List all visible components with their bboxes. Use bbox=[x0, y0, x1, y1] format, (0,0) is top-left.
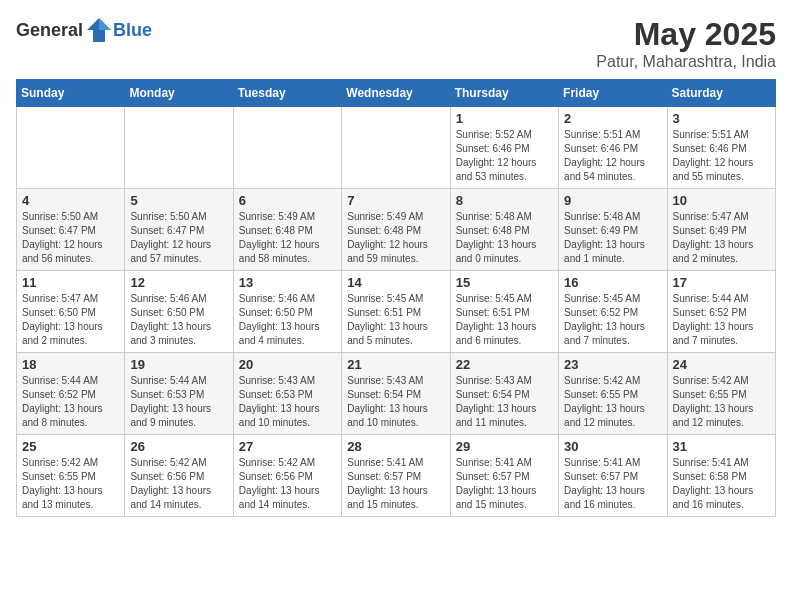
day-number: 7 bbox=[347, 193, 444, 208]
week-row-5: 25Sunrise: 5:42 AM Sunset: 6:55 PM Dayli… bbox=[17, 435, 776, 517]
day-info: Sunrise: 5:51 AM Sunset: 6:46 PM Dayligh… bbox=[564, 128, 661, 184]
calendar-cell: 10Sunrise: 5:47 AM Sunset: 6:49 PM Dayli… bbox=[667, 189, 775, 271]
calendar-cell: 27Sunrise: 5:42 AM Sunset: 6:56 PM Dayli… bbox=[233, 435, 341, 517]
page-title: May 2025 bbox=[596, 16, 776, 53]
calendar-cell: 21Sunrise: 5:43 AM Sunset: 6:54 PM Dayli… bbox=[342, 353, 450, 435]
day-number: 12 bbox=[130, 275, 227, 290]
day-info: Sunrise: 5:42 AM Sunset: 6:56 PM Dayligh… bbox=[239, 456, 336, 512]
calendar-cell: 14Sunrise: 5:45 AM Sunset: 6:51 PM Dayli… bbox=[342, 271, 450, 353]
day-info: Sunrise: 5:42 AM Sunset: 6:55 PM Dayligh… bbox=[673, 374, 770, 430]
day-info: Sunrise: 5:52 AM Sunset: 6:46 PM Dayligh… bbox=[456, 128, 553, 184]
day-info: Sunrise: 5:47 AM Sunset: 6:49 PM Dayligh… bbox=[673, 210, 770, 266]
day-number: 25 bbox=[22, 439, 119, 454]
day-info: Sunrise: 5:41 AM Sunset: 6:57 PM Dayligh… bbox=[347, 456, 444, 512]
calendar-cell: 9Sunrise: 5:48 AM Sunset: 6:49 PM Daylig… bbox=[559, 189, 667, 271]
day-info: Sunrise: 5:45 AM Sunset: 6:51 PM Dayligh… bbox=[456, 292, 553, 348]
day-number: 19 bbox=[130, 357, 227, 372]
location-subtitle: Patur, Maharashtra, India bbox=[596, 53, 776, 71]
day-number: 22 bbox=[456, 357, 553, 372]
day-number: 2 bbox=[564, 111, 661, 126]
header: General Blue May 2025 Patur, Maharashtra… bbox=[16, 16, 776, 71]
logo-general: General bbox=[16, 20, 83, 41]
day-number: 5 bbox=[130, 193, 227, 208]
week-row-4: 18Sunrise: 5:44 AM Sunset: 6:52 PM Dayli… bbox=[17, 353, 776, 435]
day-number: 3 bbox=[673, 111, 770, 126]
calendar-cell: 24Sunrise: 5:42 AM Sunset: 6:55 PM Dayli… bbox=[667, 353, 775, 435]
day-info: Sunrise: 5:42 AM Sunset: 6:55 PM Dayligh… bbox=[564, 374, 661, 430]
calendar-cell: 1Sunrise: 5:52 AM Sunset: 6:46 PM Daylig… bbox=[450, 107, 558, 189]
day-number: 1 bbox=[456, 111, 553, 126]
day-info: Sunrise: 5:44 AM Sunset: 6:52 PM Dayligh… bbox=[673, 292, 770, 348]
day-info: Sunrise: 5:49 AM Sunset: 6:48 PM Dayligh… bbox=[239, 210, 336, 266]
day-number: 23 bbox=[564, 357, 661, 372]
logo: General Blue bbox=[16, 16, 152, 44]
day-info: Sunrise: 5:43 AM Sunset: 6:53 PM Dayligh… bbox=[239, 374, 336, 430]
weekday-header-tuesday: Tuesday bbox=[233, 80, 341, 107]
week-row-1: 1Sunrise: 5:52 AM Sunset: 6:46 PM Daylig… bbox=[17, 107, 776, 189]
week-row-2: 4Sunrise: 5:50 AM Sunset: 6:47 PM Daylig… bbox=[17, 189, 776, 271]
day-number: 18 bbox=[22, 357, 119, 372]
day-number: 15 bbox=[456, 275, 553, 290]
calendar-cell: 18Sunrise: 5:44 AM Sunset: 6:52 PM Dayli… bbox=[17, 353, 125, 435]
day-info: Sunrise: 5:42 AM Sunset: 6:56 PM Dayligh… bbox=[130, 456, 227, 512]
day-number: 6 bbox=[239, 193, 336, 208]
calendar-cell: 2Sunrise: 5:51 AM Sunset: 6:46 PM Daylig… bbox=[559, 107, 667, 189]
day-info: Sunrise: 5:48 AM Sunset: 6:49 PM Dayligh… bbox=[564, 210, 661, 266]
calendar-cell bbox=[233, 107, 341, 189]
day-info: Sunrise: 5:44 AM Sunset: 6:52 PM Dayligh… bbox=[22, 374, 119, 430]
day-number: 9 bbox=[564, 193, 661, 208]
day-info: Sunrise: 5:51 AM Sunset: 6:46 PM Dayligh… bbox=[673, 128, 770, 184]
calendar-cell: 30Sunrise: 5:41 AM Sunset: 6:57 PM Dayli… bbox=[559, 435, 667, 517]
day-number: 31 bbox=[673, 439, 770, 454]
calendar-cell: 29Sunrise: 5:41 AM Sunset: 6:57 PM Dayli… bbox=[450, 435, 558, 517]
calendar-cell bbox=[125, 107, 233, 189]
calendar-cell: 8Sunrise: 5:48 AM Sunset: 6:48 PM Daylig… bbox=[450, 189, 558, 271]
day-number: 26 bbox=[130, 439, 227, 454]
calendar-cell: 31Sunrise: 5:41 AM Sunset: 6:58 PM Dayli… bbox=[667, 435, 775, 517]
day-info: Sunrise: 5:41 AM Sunset: 6:57 PM Dayligh… bbox=[456, 456, 553, 512]
day-info: Sunrise: 5:43 AM Sunset: 6:54 PM Dayligh… bbox=[347, 374, 444, 430]
logo-icon bbox=[85, 16, 113, 44]
calendar-cell bbox=[17, 107, 125, 189]
day-info: Sunrise: 5:41 AM Sunset: 6:57 PM Dayligh… bbox=[564, 456, 661, 512]
day-number: 27 bbox=[239, 439, 336, 454]
calendar-cell: 22Sunrise: 5:43 AM Sunset: 6:54 PM Dayli… bbox=[450, 353, 558, 435]
logo-blue: Blue bbox=[113, 20, 152, 41]
day-info: Sunrise: 5:50 AM Sunset: 6:47 PM Dayligh… bbox=[22, 210, 119, 266]
calendar-cell: 12Sunrise: 5:46 AM Sunset: 6:50 PM Dayli… bbox=[125, 271, 233, 353]
calendar-cell: 3Sunrise: 5:51 AM Sunset: 6:46 PM Daylig… bbox=[667, 107, 775, 189]
weekday-header-wednesday: Wednesday bbox=[342, 80, 450, 107]
day-number: 10 bbox=[673, 193, 770, 208]
day-number: 8 bbox=[456, 193, 553, 208]
day-info: Sunrise: 5:46 AM Sunset: 6:50 PM Dayligh… bbox=[239, 292, 336, 348]
day-number: 20 bbox=[239, 357, 336, 372]
week-row-3: 11Sunrise: 5:47 AM Sunset: 6:50 PM Dayli… bbox=[17, 271, 776, 353]
day-number: 24 bbox=[673, 357, 770, 372]
day-number: 14 bbox=[347, 275, 444, 290]
day-number: 28 bbox=[347, 439, 444, 454]
day-info: Sunrise: 5:46 AM Sunset: 6:50 PM Dayligh… bbox=[130, 292, 227, 348]
calendar-cell: 16Sunrise: 5:45 AM Sunset: 6:52 PM Dayli… bbox=[559, 271, 667, 353]
title-area: May 2025 Patur, Maharashtra, India bbox=[596, 16, 776, 71]
day-number: 21 bbox=[347, 357, 444, 372]
calendar-cell: 6Sunrise: 5:49 AM Sunset: 6:48 PM Daylig… bbox=[233, 189, 341, 271]
day-number: 16 bbox=[564, 275, 661, 290]
calendar-cell: 7Sunrise: 5:49 AM Sunset: 6:48 PM Daylig… bbox=[342, 189, 450, 271]
weekday-header-sunday: Sunday bbox=[17, 80, 125, 107]
day-info: Sunrise: 5:45 AM Sunset: 6:51 PM Dayligh… bbox=[347, 292, 444, 348]
calendar-cell: 28Sunrise: 5:41 AM Sunset: 6:57 PM Dayli… bbox=[342, 435, 450, 517]
calendar-cell: 26Sunrise: 5:42 AM Sunset: 6:56 PM Dayli… bbox=[125, 435, 233, 517]
day-info: Sunrise: 5:47 AM Sunset: 6:50 PM Dayligh… bbox=[22, 292, 119, 348]
weekday-header-row: SundayMondayTuesdayWednesdayThursdayFrid… bbox=[17, 80, 776, 107]
calendar-cell: 17Sunrise: 5:44 AM Sunset: 6:52 PM Dayli… bbox=[667, 271, 775, 353]
calendar-cell: 23Sunrise: 5:42 AM Sunset: 6:55 PM Dayli… bbox=[559, 353, 667, 435]
calendar-cell: 19Sunrise: 5:44 AM Sunset: 6:53 PM Dayli… bbox=[125, 353, 233, 435]
day-info: Sunrise: 5:42 AM Sunset: 6:55 PM Dayligh… bbox=[22, 456, 119, 512]
calendar-cell: 11Sunrise: 5:47 AM Sunset: 6:50 PM Dayli… bbox=[17, 271, 125, 353]
svg-marker-1 bbox=[99, 18, 111, 30]
weekday-header-monday: Monday bbox=[125, 80, 233, 107]
day-number: 11 bbox=[22, 275, 119, 290]
day-info: Sunrise: 5:50 AM Sunset: 6:47 PM Dayligh… bbox=[130, 210, 227, 266]
weekday-header-saturday: Saturday bbox=[667, 80, 775, 107]
day-info: Sunrise: 5:49 AM Sunset: 6:48 PM Dayligh… bbox=[347, 210, 444, 266]
